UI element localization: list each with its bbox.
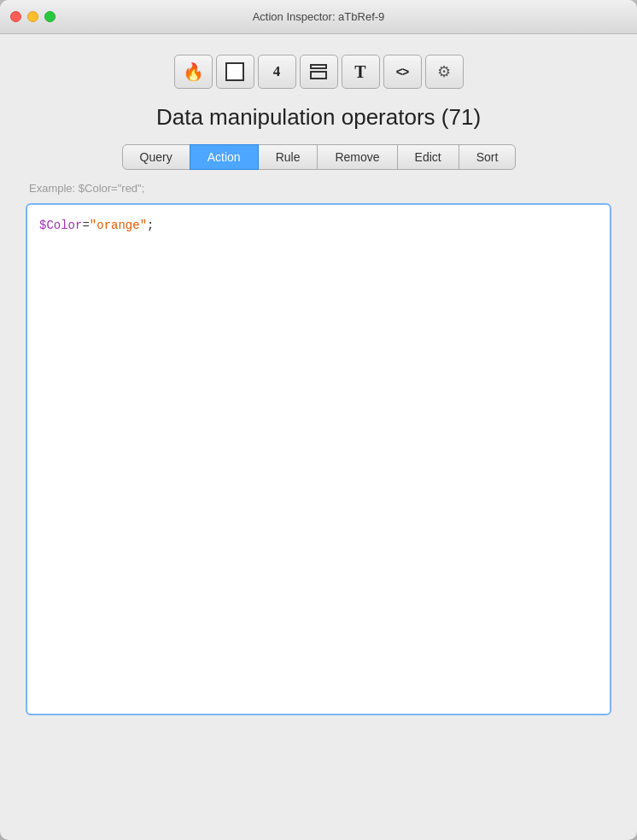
toolbar-layout-button[interactable] bbox=[300, 55, 338, 89]
code-semicolon: ; bbox=[147, 219, 154, 232]
example-label: Example: $Color="red"; bbox=[29, 182, 144, 195]
tab-action[interactable]: Action bbox=[190, 144, 259, 170]
layout-icon bbox=[310, 64, 327, 79]
toolbar-text-button[interactable]: T bbox=[342, 55, 380, 89]
text-icon: T bbox=[354, 62, 365, 82]
square-icon bbox=[225, 62, 244, 81]
close-button[interactable] bbox=[10, 11, 21, 22]
tab-rule[interactable]: Rule bbox=[258, 144, 318, 170]
code-operator: = bbox=[82, 219, 89, 232]
toolbar-code-button[interactable]: <> bbox=[383, 55, 422, 89]
four-icon: 4 bbox=[273, 63, 281, 80]
toolbar-settings-button[interactable]: ⚙ bbox=[425, 55, 464, 89]
maximize-button[interactable] bbox=[44, 11, 56, 22]
tab-bar: Query Action Rule Remove Edict Sort bbox=[122, 144, 516, 170]
toolbar-four-button[interactable]: 4 bbox=[258, 55, 296, 89]
example-value: $Color="red"; bbox=[79, 182, 145, 195]
code-string-value: "orange" bbox=[90, 219, 147, 232]
tab-edict[interactable]: Edict bbox=[397, 144, 459, 170]
code-editor[interactable]: $Color="orange"; bbox=[26, 203, 611, 715]
tab-sort[interactable]: Sort bbox=[459, 144, 517, 170]
traffic-lights bbox=[10, 11, 56, 22]
title-bar: Action Inspector: aTbRef-9 bbox=[0, 0, 637, 34]
code-line: $Color="orange"; bbox=[39, 217, 598, 235]
page-title: Data manipulation operators (71) bbox=[156, 104, 481, 131]
flame-icon: 🔥 bbox=[183, 61, 204, 82]
window-title: Action Inspector: aTbRef-9 bbox=[253, 10, 385, 23]
tab-query[interactable]: Query bbox=[122, 144, 190, 170]
toolbar-flame-button[interactable]: 🔥 bbox=[174, 55, 213, 89]
tab-remove[interactable]: Remove bbox=[317, 144, 397, 170]
gear-icon: ⚙ bbox=[437, 62, 451, 81]
code-variable: $Color bbox=[39, 219, 82, 232]
code-icon: <> bbox=[396, 65, 408, 79]
minimize-button[interactable] bbox=[27, 11, 38, 22]
main-content: 🔥 4 T <> ⚙ D bbox=[0, 34, 637, 840]
toolbar-square-button[interactable] bbox=[216, 55, 254, 89]
app-window: Action Inspector: aTbRef-9 🔥 4 T bbox=[0, 0, 637, 840]
toolbar: 🔥 4 T <> ⚙ bbox=[174, 55, 464, 89]
